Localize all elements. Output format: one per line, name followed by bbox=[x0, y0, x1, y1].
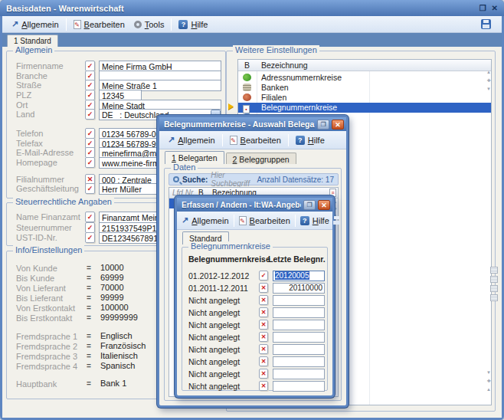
filled-toggle-icon[interactable] bbox=[85, 212, 95, 222]
menu-separator bbox=[66, 18, 67, 31]
kreis-label: Nicht angelegt bbox=[188, 333, 240, 342]
close-icon[interactable]: ✕ bbox=[492, 4, 498, 12]
filled-toggle-icon[interactable] bbox=[85, 232, 95, 243]
empty-toggle-icon[interactable]: ✕ bbox=[259, 283, 268, 293]
group-title: Allgemein bbox=[13, 45, 54, 54]
save-icon[interactable] bbox=[481, 19, 491, 29]
empty-toggle-icon[interactable]: ✕ bbox=[259, 295, 268, 305]
info-label: Bis Erstkontakt bbox=[16, 313, 72, 323]
column-header-bezeichnung: Bezeichnung bbox=[261, 61, 308, 70]
tree-row-banken[interactable]: Banken bbox=[238, 83, 491, 93]
equals-icon: = bbox=[87, 352, 91, 360]
empty-toggle-icon[interactable]: ✕ bbox=[259, 307, 268, 317]
field-label: Homepage bbox=[16, 158, 57, 167]
empty-toggle-icon[interactable]: ✕ bbox=[259, 369, 268, 379]
row-move-buttons[interactable]: ▲✚▼ bbox=[484, 68, 493, 94]
filled-toggle-icon[interactable] bbox=[85, 183, 95, 194]
belegnr-input[interactable] bbox=[273, 381, 325, 392]
arrow-ne-icon: ↗ bbox=[11, 19, 18, 29]
adress-icon bbox=[243, 74, 251, 81]
restore-icon[interactable]: ❐ bbox=[479, 4, 486, 12]
tab-beleggruppen[interactable]: 2 Beleggruppen bbox=[226, 153, 296, 164]
scroll-buttons[interactable]: ▼✚▲ bbox=[484, 369, 493, 394]
column-header-letzte: Letzte Belegnr. bbox=[268, 254, 326, 264]
close-icon[interactable]: ✕ bbox=[318, 200, 330, 210]
tree-row-filialen[interactable]: Filialen bbox=[238, 93, 491, 103]
edit-icon: ✎ bbox=[74, 20, 81, 29]
filled-toggle-icon[interactable] bbox=[85, 80, 95, 90]
side-toolbar[interactable] bbox=[489, 264, 499, 304]
belegnr-input[interactable] bbox=[273, 344, 325, 355]
filled-toggle-icon[interactable] bbox=[85, 128, 95, 139]
restore-icon[interactable]: ❐ bbox=[317, 120, 329, 130]
equals-icon: = bbox=[87, 274, 91, 282]
search-view-icon[interactable] bbox=[490, 276, 498, 283]
kreis-label: Nicht angelegt bbox=[188, 308, 240, 317]
kreis-label: 01.2012-12.2012 bbox=[188, 271, 249, 281]
belegnr-input[interactable]: 20110000 bbox=[273, 283, 325, 294]
filled-toggle-icon[interactable] bbox=[85, 61, 95, 71]
search-icon bbox=[173, 176, 179, 182]
help-icon: ? bbox=[300, 216, 309, 225]
belegnr-input[interactable] bbox=[273, 320, 325, 330]
filled-toggle-icon[interactable] bbox=[85, 157, 95, 168]
dialog-menubar: ↗Allgemein ✎Bearbeiten ?Hilfe bbox=[159, 131, 346, 149]
group-title: Belegnummernkreise bbox=[188, 241, 273, 251]
filled-toggle-icon[interactable] bbox=[85, 90, 95, 100]
tree-header: B Bezeichnung bbox=[238, 60, 491, 71]
filled-toggle-icon[interactable] bbox=[85, 222, 95, 233]
group-belegnummernkreise: Belegnummernkreise Belegnummernkreise Le… bbox=[182, 247, 328, 391]
menu-hilfe[interactable]: ?Hilfe bbox=[291, 134, 329, 146]
detail-view-icon[interactable] bbox=[490, 285, 498, 292]
belegnr-input[interactable]: 20120005 bbox=[273, 271, 325, 281]
menu-bearbeiten[interactable]: ✎Bearbeiten bbox=[237, 215, 293, 227]
equals-icon: = bbox=[87, 284, 91, 292]
menu-allgemein[interactable]: ↗Allgemein bbox=[163, 133, 220, 146]
menu-hilfe[interactable]: ? Hilfe bbox=[174, 18, 212, 31]
search-bar[interactable]: Suche: Hier Suchbegriff Anzahl Datensätz… bbox=[169, 173, 339, 185]
info-value: Spanisch bbox=[100, 361, 135, 370]
menu-allgemein[interactable]: ↗Allgemein bbox=[179, 214, 231, 227]
main-menubar: ↗ Allgemein ✎ Bearbeiten Tools ? Hilfe bbox=[2, 16, 502, 33]
info-label: Fremdsprache 2 bbox=[16, 342, 77, 351]
info-value: Englisch bbox=[100, 331, 133, 340]
menu-label: Hilfe bbox=[191, 20, 208, 29]
empty-toggle-icon[interactable]: ✕ bbox=[259, 320, 268, 330]
close-icon[interactable]: ✕ bbox=[332, 120, 344, 130]
info-value: 99999 bbox=[100, 293, 124, 302]
restore-icon[interactable]: ❐ bbox=[303, 200, 316, 210]
tree-row-adressnummernkreise[interactable]: Adressnummernkreise bbox=[238, 73, 491, 83]
window-title: Basisdaten - Warenwirtschaft bbox=[6, 4, 474, 13]
empty-toggle-icon[interactable]: ✕ bbox=[259, 344, 268, 354]
belegnr-input[interactable] bbox=[273, 356, 325, 367]
equals-icon: = bbox=[87, 304, 91, 312]
menu-tools[interactable]: Tools bbox=[129, 18, 169, 31]
kreis-label: Nicht angelegt bbox=[188, 369, 240, 379]
belegnr-input[interactable] bbox=[273, 307, 325, 318]
menu-label: Bearbeiten bbox=[84, 20, 125, 29]
empty-toggle-icon[interactable]: ✕ bbox=[259, 381, 268, 391]
menu-hilfe[interactable]: ?Hilfe bbox=[298, 215, 332, 227]
main-titlebar[interactable]: Basisdaten - Warenwirtschaft ❐ ✕ bbox=[0, 0, 504, 16]
empty-toggle-icon[interactable]: ✕ bbox=[259, 332, 268, 342]
search-label: Suche: bbox=[182, 176, 208, 184]
field-label: Telefon bbox=[16, 129, 43, 138]
field-label: E-Mail-Adresse bbox=[16, 148, 74, 157]
menu-bearbeiten[interactable]: ✎Bearbeiten bbox=[225, 134, 286, 146]
empty-toggle-icon[interactable]: ✕ bbox=[259, 356, 268, 366]
belegnr-input[interactable] bbox=[273, 295, 325, 306]
info-label: Fremdsprache 3 bbox=[16, 352, 77, 361]
belegnr-input[interactable] bbox=[273, 332, 325, 343]
filled-toggle-icon[interactable] bbox=[85, 147, 95, 158]
menu-bearbeiten[interactable]: ✎ Bearbeiten bbox=[69, 18, 129, 31]
filled-toggle-icon[interactable]: ✓ bbox=[259, 271, 268, 281]
menu-allgemein[interactable]: ↗ Allgemein bbox=[7, 18, 64, 31]
belegnr-input[interactable] bbox=[273, 369, 325, 379]
tree-row-belegnummernkreise[interactable]: ▪Belegnummernkreise bbox=[238, 103, 491, 113]
equals-icon: = bbox=[87, 313, 91, 322]
dialog-titlebar[interactable]: Erfassen / Ändern - lt:WA-Angebot ❐ ✕ bbox=[177, 198, 332, 212]
filter-view-icon[interactable] bbox=[490, 294, 498, 301]
dialog-titlebar[interactable]: Belegnummernkreise - Auswahl Belegart/Gr… bbox=[159, 117, 346, 131]
list-view-icon[interactable] bbox=[490, 267, 498, 274]
filled-toggle-icon[interactable] bbox=[85, 109, 95, 120]
